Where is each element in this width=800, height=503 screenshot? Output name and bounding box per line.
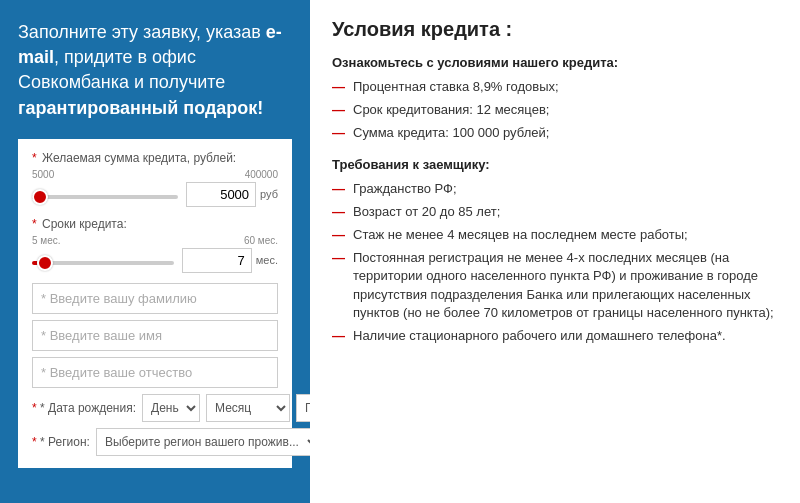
form-section: * Желаемая сумма кредита, рублей: 5000 4… xyxy=(18,139,292,468)
birth-month-select[interactable]: МесяцЯнварьФевральМартАпрельМайИюньИюльА… xyxy=(206,394,290,422)
amount-slider-wrapper xyxy=(32,187,178,202)
amount-range-labels: 5000 400000 xyxy=(32,169,278,180)
region-required-star: * xyxy=(32,435,37,449)
main-container: Заполните эту заявку, указав e-mail, при… xyxy=(0,0,800,503)
requirements-list: — Гражданство РФ; — Возраст от 20 до 85 … xyxy=(332,180,778,346)
dash-icon: — xyxy=(332,180,345,198)
term-required-star: * xyxy=(32,217,37,231)
dash-icon: — xyxy=(332,203,345,221)
list-item: — Возраст от 20 до 85 лет; xyxy=(332,203,778,221)
list-item: — Наличие стационарного рабочего или дом… xyxy=(332,327,778,345)
dash-icon: — xyxy=(332,249,345,267)
amount-label: * Желаемая сумма кредита, рублей: xyxy=(32,151,278,165)
list-item: — Срок кредитования: 12 месяцев; xyxy=(332,101,778,119)
region-select[interactable]: Выберите регион вашего прожив... xyxy=(96,428,321,456)
term-slider-wrapper xyxy=(32,253,174,268)
list-item: — Сумма кредита: 100 000 рублей; xyxy=(332,124,778,142)
term-input-group: мес. xyxy=(182,248,278,273)
amount-required-star: * xyxy=(32,151,37,165)
term-range-labels: 5 мес. 60 мес. xyxy=(32,235,278,246)
term-slider-container: * Сроки кредита: 5 мес. 60 мес. мес. xyxy=(32,217,278,273)
amount-input-group: руб xyxy=(186,182,278,207)
left-panel: Заполните эту заявку, указав e-mail, при… xyxy=(0,0,310,503)
term-slider[interactable] xyxy=(32,261,174,265)
name-input[interactable] xyxy=(32,320,278,351)
term-unit: мес. xyxy=(256,254,278,266)
dash-icon: — xyxy=(332,124,345,142)
list-item: — Стаж не менее 4 месяцев на последнем м… xyxy=(332,226,778,244)
conditions-section-title: Ознакомьтесь с условиями нашего кредита: xyxy=(332,55,778,70)
term-label: * Сроки кредита: xyxy=(32,217,278,231)
dash-icon: — xyxy=(332,226,345,244)
promo-bold2: гарантированный подарок! xyxy=(18,98,263,118)
birth-day-select[interactable]: День123456789101112131415161718192021222… xyxy=(142,394,200,422)
right-title: Условия кредита : xyxy=(332,18,778,41)
dash-icon: — xyxy=(332,327,345,345)
surname-input[interactable] xyxy=(32,283,278,314)
promo-line1: Заполните эту заявку, указав xyxy=(18,22,266,42)
amount-value-input[interactable] xyxy=(186,182,256,207)
term-value-input[interactable] xyxy=(182,248,252,273)
list-item: — Гражданство РФ; xyxy=(332,180,778,198)
region-row: * * Регион: Выберите регион вашего прожи… xyxy=(32,428,278,456)
list-item: — Процентная ставка 8,9% годовых; xyxy=(332,78,778,96)
birth-date-row: * * Дата рождения: День12345678910111213… xyxy=(32,394,278,422)
conditions-list: — Процентная ставка 8,9% годовых; — Срок… xyxy=(332,78,778,143)
amount-slider[interactable] xyxy=(32,195,178,199)
list-item: — Постоянная регистрация не менее 4-х по… xyxy=(332,249,778,322)
term-slider-row: мес. xyxy=(32,248,278,273)
patronymic-input[interactable] xyxy=(32,357,278,388)
birth-required-star: * xyxy=(32,401,37,415)
promo-text: Заполните эту заявку, указав e-mail, при… xyxy=(18,20,292,121)
right-panel: Условия кредита : Ознакомьтесь с условия… xyxy=(310,0,800,503)
amount-unit: руб xyxy=(260,188,278,200)
amount-slider-row: руб xyxy=(32,182,278,207)
dash-icon: — xyxy=(332,101,345,119)
birth-label: * * Дата рождения: xyxy=(32,401,136,415)
region-label: * * Регион: xyxy=(32,435,90,449)
dash-icon: — xyxy=(332,78,345,96)
amount-slider-container: * Желаемая сумма кредита, рублей: 5000 4… xyxy=(32,151,278,207)
requirements-section-title: Требования к заемщику: xyxy=(332,157,778,172)
